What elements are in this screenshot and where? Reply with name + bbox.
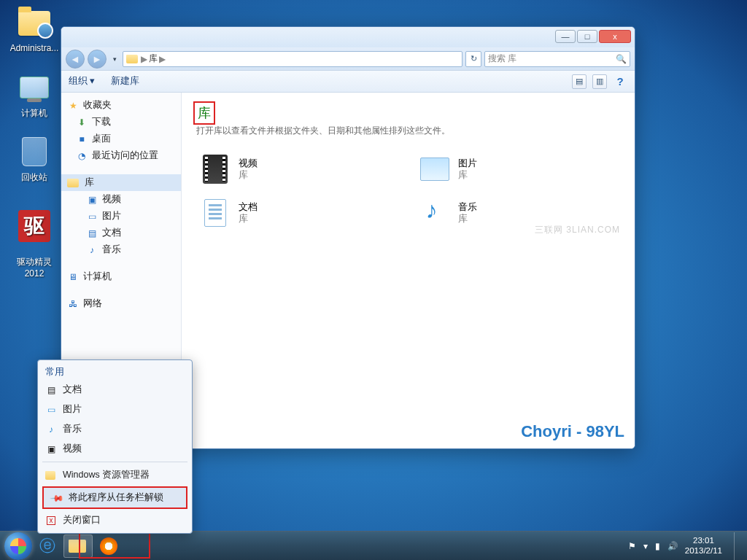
new-library-button[interactable]: 新建库 <box>111 75 139 88</box>
forward-button[interactable]: ► <box>88 50 107 69</box>
nav-documents[interactable]: ▤文档 <box>61 225 181 241</box>
tray-action-center-icon[interactable]: ⚑ <box>628 541 636 551</box>
tray-clock[interactable]: 23:01 2013/2/11 <box>685 536 722 556</box>
refresh-button[interactable]: ↻ <box>465 51 481 67</box>
view-button[interactable]: ▤ <box>572 74 587 89</box>
search-icon: 🔍 <box>616 54 627 64</box>
library-documents[interactable]: 文档库 <box>196 194 401 232</box>
taskbar-jumplist: 常用 ▤文档 ▭图片 ♪音乐 ▣视频 Windows 资源管理器 📌将此程序从任… <box>37 359 193 534</box>
download-icon: ⬇ <box>76 117 88 128</box>
jumplist-music[interactable]: ♪音乐 <box>38 419 192 439</box>
watermark: 三联网 3LIAN.COM <box>535 224 620 236</box>
search-input[interactable]: 搜索 库 🔍 <box>484 51 630 67</box>
tray-date: 2013/2/11 <box>685 546 722 556</box>
breadcrumb[interactable]: ▶ 库 ▶ <box>123 51 462 67</box>
jumplist-videos[interactable]: ▣视频 <box>38 439 192 459</box>
network-icon: 🖧 <box>67 298 79 310</box>
desktop-icon-label: 计算机 <box>9 107 60 120</box>
nav-music[interactable]: ♪音乐 <box>61 241 181 258</box>
document-icon: ▤ <box>45 384 57 396</box>
jumplist-close[interactable]: x关闭窗口 <box>38 510 192 530</box>
close-icon: x <box>47 516 55 525</box>
nav-network[interactable]: 🖧网络 <box>61 295 181 312</box>
maximize-button[interactable]: □ <box>577 30 597 43</box>
help-button[interactable]: ? <box>613 74 627 89</box>
nav-favorites[interactable]: ★收藏夹 <box>61 97 181 114</box>
titlebar[interactable]: — □ x <box>61 27 635 47</box>
history-dropdown[interactable]: ▾ <box>109 52 120 66</box>
document-icon <box>204 199 226 227</box>
nav-computer[interactable]: 🖥计算机 <box>61 268 181 285</box>
jumplist-header: 常用 <box>38 363 192 380</box>
music-icon <box>422 198 448 228</box>
command-bar: 组织 ▾ 新建库 ▤ ▥ ? <box>61 71 635 93</box>
video-icon: ▣ <box>86 194 98 206</box>
desktop-icon: ■ <box>76 133 88 145</box>
taskbar-ie[interactable]: ⓔ <box>33 534 62 558</box>
nav-recent[interactable]: ◔最近访问的位置 <box>61 147 181 164</box>
show-desktop-button[interactable] <box>734 532 743 560</box>
picture-icon: ▭ <box>86 211 98 222</box>
desktop-icon-label: Administra... <box>9 43 60 53</box>
nav-videos[interactable]: ▣视频 <box>61 191 181 208</box>
nav-downloads[interactable]: ⬇下载 <box>61 114 181 131</box>
library-icon <box>67 179 79 187</box>
desktop-icon-admin[interactable]: Administra... <box>9 6 60 53</box>
address-bar: ◄ ► ▾ ▶ 库 ▶ ↻ 搜索 库 🔍 <box>61 47 635 71</box>
music-icon: ♪ <box>45 424 57 435</box>
video-icon: ▣ <box>45 443 57 455</box>
recent-icon: ◔ <box>76 150 88 162</box>
nav-desktop[interactable]: ■桌面 <box>61 131 181 147</box>
nav-pictures[interactable]: ▭图片 <box>61 208 181 225</box>
taskbar: ⓔ ⚑ ▾ ▮ 🔊 23:01 2013/2/11 <box>0 531 747 560</box>
minimize-button[interactable]: — <box>555 30 576 43</box>
nav-libraries[interactable]: 库 <box>61 174 181 191</box>
computer-icon: 🖥 <box>67 271 79 283</box>
picture-icon <box>420 158 449 181</box>
page-subtitle: 打开库以查看文件并根据文件夹、日期和其他属性排列这些文件。 <box>182 122 635 150</box>
start-button[interactable] <box>4 532 32 560</box>
music-icon: ♪ <box>86 244 98 256</box>
brand: Choyri - 98YL <box>521 422 624 441</box>
tray-overflow-icon[interactable]: ▾ <box>643 541 648 551</box>
tray-time: 23:01 <box>685 536 722 546</box>
document-icon: ▤ <box>86 228 98 239</box>
search-placeholder: 搜索 库 <box>488 52 516 65</box>
close-button[interactable]: x <box>599 30 631 43</box>
star-icon: ★ <box>67 100 79 112</box>
content-pane: 库 打开库以查看文件并根据文件夹、日期和其他属性排列这些文件。 视频库 图片库 … <box>182 93 635 448</box>
pin-icon: 📌 <box>49 489 66 506</box>
annotation-highlight <box>79 532 150 559</box>
system-tray: ⚑ ▾ ▮ 🔊 23:01 2013/2/11 <box>628 532 743 560</box>
tray-volume-icon[interactable]: 🔊 <box>667 541 678 551</box>
jumplist-explorer[interactable]: Windows 资源管理器 <box>38 465 192 485</box>
breadcrumb-root[interactable]: 库 <box>149 52 158 65</box>
organize-button[interactable]: 组织 ▾ <box>69 75 95 88</box>
jumplist-unpin[interactable]: 📌将此程序从任务栏解锁 <box>44 488 186 508</box>
desktop-icon-computer[interactable]: 计算机 <box>9 70 60 120</box>
desktop-icon-recycle-bin[interactable]: 回收站 <box>9 134 60 184</box>
jumplist-documents[interactable]: ▤文档 <box>38 380 192 400</box>
library-pictures[interactable]: 图片库 <box>416 150 621 188</box>
page-title: 库 <box>196 104 212 122</box>
jumplist-pictures[interactable]: ▭图片 <box>38 400 192 419</box>
back-button[interactable]: ◄ <box>66 50 85 69</box>
ie-icon: ⓔ <box>39 535 55 557</box>
desktop-icon-label: 回收站 <box>9 171 60 184</box>
picture-icon: ▭ <box>45 404 57 416</box>
library-videos[interactable]: 视频库 <box>196 150 401 188</box>
tray-battery-icon[interactable]: ▮ <box>655 541 660 551</box>
desktop-icon-driver-genius[interactable]: 驱 驱动精灵 2012 <box>9 198 60 289</box>
video-icon <box>203 155 228 184</box>
preview-pane-button[interactable]: ▥ <box>592 74 607 89</box>
explorer-icon <box>45 471 55 480</box>
desktop-icon-label: 驱动精灵 2012 <box>9 256 60 279</box>
folder-icon <box>126 55 138 63</box>
